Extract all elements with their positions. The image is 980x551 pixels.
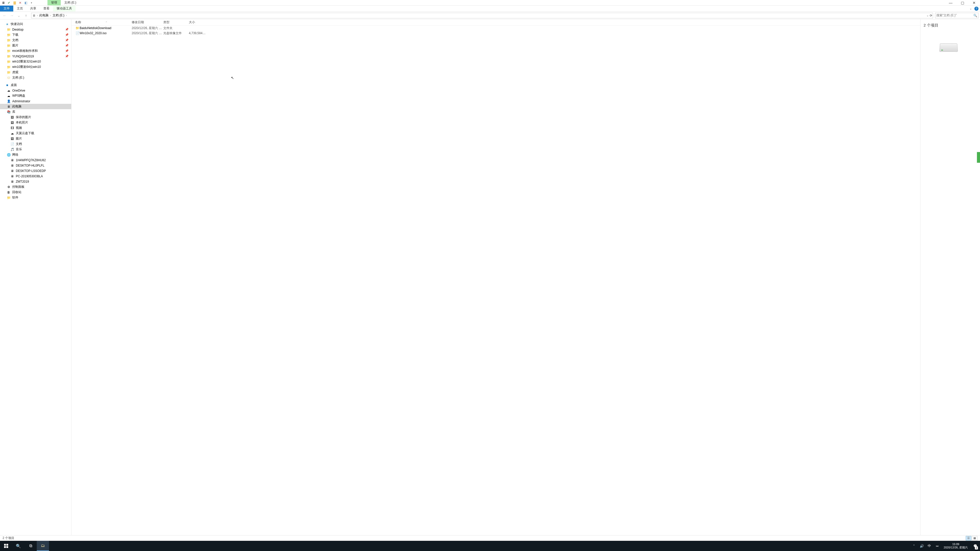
task-view-button[interactable]: ⧉ bbox=[24, 541, 37, 551]
tree-item[interactable]: 🖥DESKTOP-LSSOEDP bbox=[0, 168, 71, 173]
tree-item[interactable]: 📚库 bbox=[0, 109, 71, 114]
network-icon[interactable]: ⫘ bbox=[935, 544, 940, 548]
folder-icon[interactable]: ▇ bbox=[12, 0, 17, 5]
nav-recent-button[interactable]: ⌄ bbox=[16, 13, 22, 19]
column-header-name[interactable]: 名称 ⌃ bbox=[75, 20, 132, 24]
desktop-icon: ■ bbox=[5, 83, 9, 87]
ribbon-tab-file[interactable]: 文件 bbox=[0, 6, 13, 11]
tree-item[interactable]: 📄文档 bbox=[0, 141, 71, 147]
close-button[interactable]: ✕ bbox=[968, 0, 980, 5]
tree-desktop[interactable]: ■ 桌面 bbox=[0, 83, 71, 88]
file-date: 2020/12/26, 星期六 1… bbox=[132, 26, 163, 30]
taskbar-search-button[interactable]: 🔍 bbox=[12, 541, 24, 551]
ribbon-tab-home[interactable]: 主页 bbox=[13, 6, 27, 11]
tree-item[interactable]: 📁图片📌 bbox=[0, 43, 71, 48]
ribbon-tab-drive-tools[interactable]: 驱动器工具 bbox=[53, 6, 76, 11]
minimize-button[interactable]: — bbox=[945, 0, 956, 5]
ime-indicator[interactable]: 中 bbox=[927, 544, 932, 548]
chevron-right-icon[interactable]: › bbox=[65, 14, 67, 17]
pc-icon[interactable]: 🖥 bbox=[1, 0, 6, 5]
view-thumbnails-button[interactable]: ▦ bbox=[972, 536, 977, 540]
check-icon[interactable]: ✔ bbox=[6, 0, 11, 5]
sort-asc-icon: ⌃ bbox=[81, 21, 132, 24]
search-input[interactable]: 搜索"文档 (E:)" 🔍 bbox=[935, 13, 978, 18]
nav-back-button[interactable]: ← bbox=[2, 13, 8, 19]
chevron-right-icon[interactable]: › bbox=[37, 14, 38, 17]
tree-item[interactable]: 🗑回收站 bbox=[0, 189, 71, 195]
tree-item[interactable]: 📁YUNQISHI2019📌 bbox=[0, 54, 71, 59]
search-icon[interactable]: 🔍 bbox=[974, 14, 977, 17]
props-icon[interactable]: ◧ bbox=[24, 0, 28, 5]
tree-item[interactable]: 🎞视频 bbox=[0, 125, 71, 130]
column-header-date[interactable]: 修改日期 bbox=[132, 20, 163, 24]
tree-item[interactable]: 🌐网络 bbox=[0, 152, 71, 157]
start-button[interactable] bbox=[0, 541, 12, 551]
pane-toggle-handle[interactable] bbox=[977, 152, 980, 163]
nav-forward-button[interactable]: → bbox=[9, 13, 15, 19]
tree-item[interactable]: ☁天翼云盘下载 bbox=[0, 130, 71, 136]
tree-item[interactable]: ⚙控制面板 bbox=[0, 184, 71, 189]
tree-item[interactable]: ☁OneDrive bbox=[0, 88, 71, 93]
drive-icon: ⛁ bbox=[6, 76, 11, 80]
nav-up-button[interactable]: ↑ bbox=[23, 13, 29, 19]
close-x-icon[interactable]: ✕ bbox=[18, 0, 22, 5]
column-header-size[interactable]: 大小 bbox=[189, 20, 207, 24]
tray-overflow-icon[interactable]: ˄ bbox=[912, 544, 917, 548]
contextual-tab-manage[interactable]: 管理 bbox=[48, 0, 61, 5]
breadcrumb-drive[interactable]: 文档 (E:) bbox=[52, 13, 65, 17]
folder-icon: 📁 bbox=[6, 38, 11, 42]
tree-item[interactable]: 🖥DESKTOP-HL0PLFL bbox=[0, 163, 71, 168]
refresh-icon[interactable]: ⟳ bbox=[930, 14, 932, 17]
music-icon: 🎵 bbox=[10, 148, 14, 151]
pic-icon: 🖼 bbox=[10, 137, 14, 141]
tree-label: ZMT2019 bbox=[16, 180, 29, 183]
tree-item[interactable]: 🖥1H4WPFQ7KZ8HU82 bbox=[0, 157, 71, 163]
qat-dropdown-icon[interactable]: ▾ bbox=[29, 0, 34, 5]
tree-label: 下载 bbox=[12, 33, 18, 37]
file-rows[interactable]: 📁BaiduNetdiskDownload2020/12/26, 星期六 1…文… bbox=[72, 25, 920, 36]
net-icon: 🌐 bbox=[6, 153, 11, 157]
help-icon[interactable]: ? bbox=[974, 6, 978, 11]
address-dropdown-icon[interactable]: ⌄ bbox=[926, 14, 929, 17]
tree-item[interactable]: 🎵音乐 bbox=[0, 147, 71, 152]
tree-item[interactable]: ⛁文档 (E:) bbox=[0, 75, 71, 80]
file-row[interactable]: 📁BaiduNetdiskDownload2020/12/26, 星期六 1…文… bbox=[75, 25, 920, 30]
tree-item[interactable]: 🖼本机照片 bbox=[0, 120, 71, 125]
tree-item[interactable]: 🖥PC-20190530OBLA bbox=[0, 173, 71, 179]
ribbon-tab-share[interactable]: 共享 bbox=[27, 6, 40, 11]
tree-label: win10重装64位win10 bbox=[12, 65, 41, 69]
tree-item[interactable]: 🖼保存的图片 bbox=[0, 114, 71, 120]
tree-item[interactable]: 📁下载📌 bbox=[0, 32, 71, 38]
tree-item[interactable]: 🖼图片 bbox=[0, 136, 71, 141]
tree-item[interactable]: 🖥此电脑 bbox=[0, 104, 71, 109]
breadcrumb-this-pc[interactable]: 此电脑 bbox=[39, 13, 48, 17]
navigation-pane[interactable]: ★ 快速访问 📁Desktop📌📁下载📌📁文档📌📁图片📌📁excel表格制作求和… bbox=[0, 19, 72, 535]
taskbar-clock[interactable]: 15:09 2020/12/26, 星期六 bbox=[942, 543, 969, 549]
folder-icon: 📁 bbox=[6, 196, 11, 200]
tree-item[interactable]: 👤Administrator bbox=[0, 98, 71, 104]
tree-item[interactable]: 📁win10重装64位win10 bbox=[0, 64, 71, 70]
file-row[interactable]: 📄Win10x32_2020.iso2020/12/26, 星期六 1…光盘映像… bbox=[75, 30, 920, 36]
tree-item[interactable]: 📁excel表格制作求和📌 bbox=[0, 48, 71, 54]
volume-icon[interactable]: 🔊 bbox=[919, 544, 924, 548]
tree-item[interactable]: 📁软件 bbox=[0, 195, 71, 200]
action-center-button[interactable]: 💬 2 bbox=[972, 541, 978, 551]
ribbon-tab-view[interactable]: 查看 bbox=[40, 6, 53, 11]
address-bar[interactable]: 🖥 › 此电脑 › 文档 (E:) › ⌄ ⟳ bbox=[31, 13, 933, 18]
tree-item[interactable]: 📁虎观 bbox=[0, 70, 71, 75]
maximize-button[interactable]: ▢ bbox=[956, 0, 968, 5]
tree-item[interactable]: 📁Desktop📌 bbox=[0, 27, 71, 32]
tree-item[interactable]: 🖥ZMT2019 bbox=[0, 179, 71, 184]
search-placeholder: 搜索"文档 (E:)" bbox=[936, 13, 956, 17]
column-headers: 名称 ⌃ 修改日期 类型 大小 bbox=[72, 19, 920, 25]
tree-label: 库 bbox=[12, 110, 15, 114]
ribbon-expand-icon[interactable]: ⌄ bbox=[969, 7, 972, 10]
tree-item[interactable]: 📁win10重装32位win10 bbox=[0, 59, 71, 64]
tree-item[interactable]: ☁WPS网盘 bbox=[0, 93, 71, 98]
taskbar-file-explorer[interactable]: 🗂 bbox=[37, 541, 49, 551]
view-details-button[interactable]: ☰ bbox=[966, 536, 971, 540]
chevron-right-icon[interactable]: › bbox=[49, 14, 51, 17]
tree-quick-access[interactable]: ★ 快速访问 bbox=[0, 21, 71, 27]
column-header-type[interactable]: 类型 bbox=[163, 20, 189, 24]
tree-item[interactable]: 📁文档📌 bbox=[0, 38, 71, 43]
